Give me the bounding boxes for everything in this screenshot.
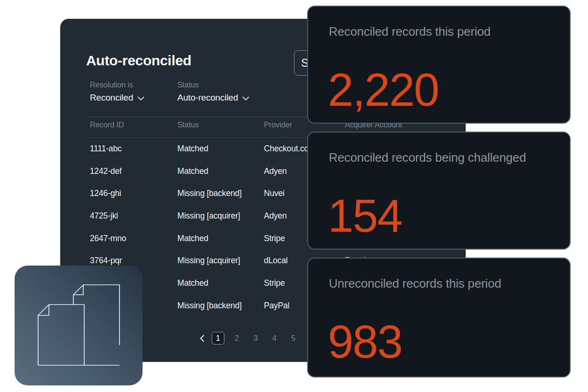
cell-provider: Nuvei: [264, 188, 285, 198]
cell-status: Missing [acquirer]: [177, 256, 240, 266]
cell-status: Missing [acquirer]: [177, 211, 240, 220]
metric-card-value: 983: [328, 319, 402, 365]
cell-provider: Adyen: [264, 166, 287, 176]
cell-status: Missing [backend]: [177, 300, 242, 310]
page: Auto-reconciled S Resolution is Reconcil…: [0, 0, 588, 392]
cell-record-id: 1111-abc: [90, 143, 121, 153]
page-button-5[interactable]: 5: [287, 332, 300, 345]
documents-logo: [15, 266, 143, 385]
metric-card-unreconciled: Unreconciled records this period 983: [307, 258, 571, 377]
page-button-4[interactable]: 4: [268, 332, 281, 345]
cell-record-id: 1242-def: [90, 166, 122, 176]
metric-card-reconciled: Reconciled records this period 2,220: [307, 6, 571, 124]
page-button-3[interactable]: 3: [249, 332, 262, 345]
page-button-2[interactable]: 2: [230, 332, 243, 345]
filter-label: Status: [177, 80, 249, 89]
cell-status: Matched: [177, 278, 208, 288]
cell-provider: Stripe: [264, 233, 285, 243]
filter-status[interactable]: Status Auto-reconciled: [177, 80, 249, 103]
metric-card-challenged: Reconciled records being challenged 154: [307, 132, 571, 250]
chevron-down-icon: [242, 93, 249, 103]
cell-provider: Stripe: [264, 278, 285, 288]
documents-icon: [15, 266, 143, 385]
filter-resolution-dropdown[interactable]: Reconciled: [90, 93, 144, 103]
column-header-provider: Provider: [264, 120, 292, 129]
cell-status: Matched: [177, 143, 208, 153]
cell-provider: dLocal: [264, 256, 287, 266]
cell-record-id: 1246-ghi: [90, 188, 121, 198]
metric-card-title: Reconciled records being challenged: [329, 150, 526, 165]
metric-card-value: 2,220: [328, 67, 438, 113]
page-button-1[interactable]: 1: [212, 332, 224, 345]
filter-value: Reconciled: [90, 93, 133, 103]
cell-record-id: 4725-jkl: [90, 211, 118, 220]
filter-label: Resolution is: [90, 80, 144, 89]
cell-status: Missing [backend]: [177, 188, 242, 198]
cell-record-id: 2647-mno: [90, 233, 126, 243]
filter-value: Auto-reconciled: [177, 93, 238, 103]
filter-resolution[interactable]: Resolution is Reconciled: [90, 80, 144, 103]
cell-provider: PayPal: [264, 300, 289, 310]
chevron-left-icon[interactable]: [199, 332, 206, 345]
pagination: 1 2 3 4 5: [199, 332, 312, 345]
cell-provider: Adyen: [264, 211, 287, 220]
metric-card-value: 154: [328, 193, 402, 239]
metric-card-title: Reconciled records this period: [329, 24, 491, 39]
cell-status: Matched: [177, 233, 208, 243]
cell-record-id: 3764-pqr: [90, 256, 122, 266]
column-header-record-id: Record ID: [90, 120, 124, 129]
filter-status-dropdown[interactable]: Auto-reconciled: [177, 93, 249, 103]
chevron-down-icon: [137, 93, 144, 103]
page-title: Auto-reconciled: [86, 52, 191, 69]
cell-status: Matched: [177, 166, 208, 176]
metric-card-title: Unreconciled records this period: [329, 276, 501, 291]
column-header-status: Status: [177, 120, 199, 129]
